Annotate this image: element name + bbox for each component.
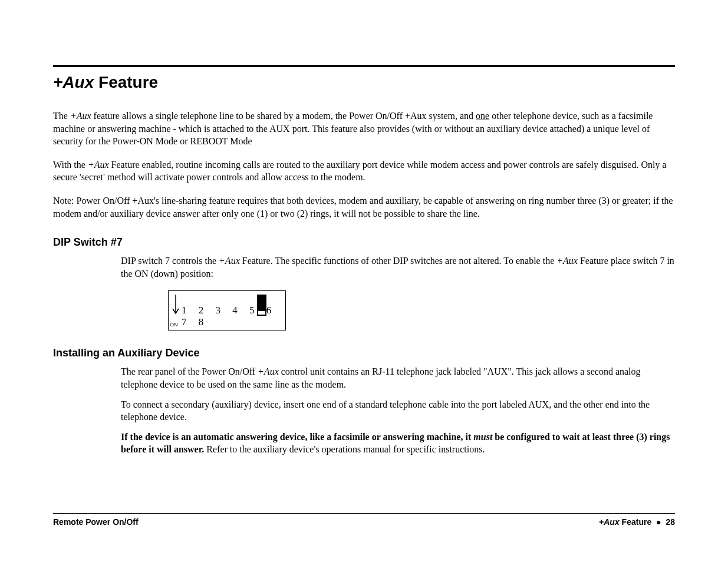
page-title: +Aux Feature (53, 73, 675, 92)
installing-block: The rear panel of the Power On/Off +Aux … (121, 365, 675, 456)
page-footer: Remote Power On/Off +Aux Feature ● 28 (53, 513, 675, 527)
footer-right: +Aux Feature ● 28 (599, 517, 675, 527)
install-paragraph-1: The rear panel of the Power On/Off +Aux … (121, 365, 675, 391)
paragraph-1: The +Aux feature allows a single telepho… (53, 110, 675, 148)
paragraph-2: With the +Aux Feature enabled, routine i… (53, 158, 675, 184)
footer-row: Remote Power On/Off +Aux Feature ● 28 (53, 517, 675, 527)
dip-numbers: 1 2 3 4 5 6 7 8 (182, 305, 285, 328)
dip-switch-diagram: ON 1 2 3 4 5 6 7 8 (168, 290, 286, 330)
install-paragraph-2: To connect a secondary (auxiliary) devic… (121, 398, 675, 424)
top-rule (53, 65, 675, 67)
paragraph-3: Note: Power On/Off +Aux's line-sharing f… (53, 194, 675, 220)
page-number: 28 (666, 517, 675, 527)
dip-switch-block: DIP switch 7 controls the +Aux Feature. … (121, 254, 675, 330)
title-suffix: Feature (94, 73, 158, 91)
title-aux: +Aux (53, 73, 94, 91)
down-arrow-icon (172, 293, 179, 317)
footer-left: Remote Power On/Off (53, 517, 139, 527)
dip-paragraph: DIP switch 7 controls the +Aux Feature. … (121, 254, 675, 280)
section-dip-switch: DIP Switch #7 (53, 236, 675, 249)
footer-rule (53, 513, 675, 514)
dip-on-label: ON (170, 322, 178, 328)
dip-switch-7-on (257, 295, 266, 316)
install-paragraph-3: If the device is an automatic answering … (121, 431, 675, 456)
page: +Aux Feature The +Aux feature allows a s… (0, 0, 728, 562)
section-installing: Installing an Auxiliary Device (53, 347, 675, 359)
